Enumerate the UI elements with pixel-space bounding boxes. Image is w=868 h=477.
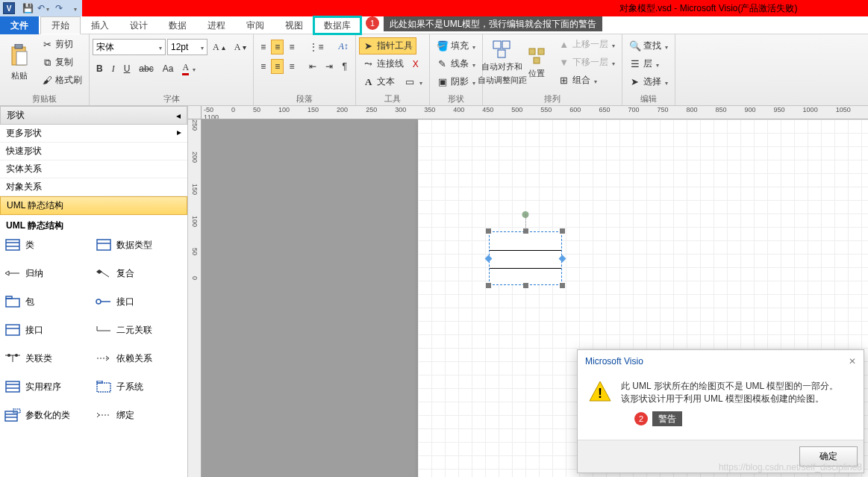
bullets-button[interactable]: ⋮≡ [305, 40, 327, 54]
shape-datatype[interactable]: 数据类型 [94, 237, 185, 253]
resize-handle-nw[interactable] [486, 228, 491, 234]
category-uml-row[interactable]: UML 静态结构 [0, 196, 187, 215]
tab-review[interactable]: 审阅 [236, 16, 275, 34]
chevron-left-icon[interactable]: ◂ [176, 110, 181, 121]
shape-dependency[interactable]: 依赖关系 [94, 350, 185, 367]
uml-class-shape-selected[interactable] [489, 231, 562, 285]
dialog-message: 此 UML 形状所在的绘图页不是 UML 模型图的一部分。 该形状设计用于利用 … [621, 380, 838, 405]
tab-home[interactable]: 开始 [40, 16, 81, 34]
quick-shapes-row[interactable]: 快速形状 [0, 143, 187, 160]
select-button[interactable]: ➤选择 [625, 73, 672, 90]
tab-database[interactable]: 数据库 [313, 16, 361, 34]
connection-point-e[interactable] [559, 255, 566, 263]
group-shape-label: 形状 [433, 93, 479, 105]
shape-param-class[interactable]: 参数化的类 [3, 407, 94, 423]
close-icon[interactable]: ✕ [849, 356, 856, 367]
cut-button[interactable]: ✂剪切 [37, 36, 86, 53]
shape-utility[interactable]: 实用程序 [3, 378, 94, 395]
tab-design[interactable]: 设计 [119, 16, 158, 34]
underline-button[interactable]: U [120, 61, 134, 76]
resize-handle-se[interactable] [560, 283, 565, 288]
connector-icon: ⤳ [363, 58, 375, 70]
change-case-button[interactable]: Aa [159, 61, 178, 76]
tab-data[interactable]: 数据 [158, 16, 197, 34]
category-entity-row[interactable]: 实体关系 [0, 160, 187, 178]
align-center-button[interactable]: ≡ [271, 59, 284, 74]
text-tool-button[interactable]: A文本 [359, 73, 399, 90]
shape-interface-box[interactable]: 接口 [3, 322, 94, 338]
grow-font-button[interactable]: A▴ [209, 40, 229, 55]
send-backward-button[interactable]: ▼下移一层 [555, 54, 619, 71]
interface-lollipop-icon [96, 295, 112, 308]
font-color-button[interactable]: A [178, 60, 199, 78]
align-top-button[interactable]: ≡ [257, 40, 269, 54]
shape-draw-button[interactable]: ▭ [400, 74, 426, 90]
shape-generalize[interactable]: 归纳 [3, 265, 94, 281]
shape-composition[interactable]: 复合 [94, 265, 185, 281]
group-button[interactable]: ⊞组合 [555, 72, 619, 89]
more-shapes-row[interactable]: 更多形状▸ [0, 125, 187, 143]
resize-handle-n[interactable] [523, 228, 528, 234]
redo-icon[interactable]: ↷ [52, 1, 66, 15]
tab-insert[interactable]: 插入 [81, 16, 119, 34]
category-object-row[interactable]: 对象关系 [0, 178, 187, 196]
pointer-icon: ➤ [363, 40, 375, 52]
paste-button[interactable]: 粘贴 [3, 36, 36, 90]
font-name-select[interactable]: 宋体 [93, 39, 166, 55]
undo-icon[interactable]: ↶ [37, 1, 50, 15]
position-button[interactable]: 位置 [520, 36, 553, 90]
canvas[interactable]: -500501001502002503003504004505005506006… [188, 106, 868, 477]
connector-tool-button[interactable]: ⤳连接线 [359, 55, 408, 72]
tab-view[interactable]: 视图 [275, 16, 313, 34]
format-painter-button[interactable]: 🖌格式刷 [37, 72, 86, 89]
auto-align-button[interactable]: 自动对齐和自动调整间距 [486, 36, 519, 90]
shape-interface-lollipop[interactable]: 接口 [94, 293, 185, 310]
resize-handle-ne[interactable] [560, 228, 565, 234]
ribbon-tabs: 文件 开始 插入 设计 数据 进程 审阅 视图 数据库 1 此处如果不是UML模… [0, 16, 868, 34]
italic-button[interactable]: I [108, 61, 119, 77]
tab-file[interactable]: 文件 [0, 16, 39, 34]
align-right-button[interactable]: ≡ [285, 59, 298, 74]
resize-handle-s[interactable] [523, 283, 528, 288]
find-button[interactable]: 🔍查找 [625, 37, 672, 54]
layer-button[interactable]: ☰层 [625, 55, 663, 72]
shape-class[interactable]: 类 [3, 237, 94, 253]
x-tool-button[interactable]: X [409, 57, 422, 72]
align-middle-button[interactable]: ≡ [271, 40, 284, 54]
line-button[interactable]: ✎线条 [433, 55, 479, 72]
ribbon: 粘贴 ✂剪切 ⧉复制 🖌格式刷 剪贴板 宋体 12pt A▴ A▾ B I U … [0, 34, 868, 106]
fill-button[interactable]: 🪣填充 [433, 37, 479, 54]
shape-bind[interactable]: 绑定 [94, 407, 185, 423]
ruler-vertical: 250200150100500 [188, 119, 202, 477]
shape-binary-assoc[interactable]: 二元关联 [94, 322, 185, 338]
shadow-button[interactable]: ▣阴影 [433, 73, 479, 90]
save-icon[interactable]: 💾 [21, 1, 34, 15]
para-spacing-button[interactable]: ¶ [338, 59, 350, 74]
font-size-select[interactable]: 12pt [167, 39, 207, 55]
bring-forward-button[interactable]: ▲上移一层 [555, 36, 619, 53]
connection-point-w[interactable] [485, 255, 493, 263]
shape-package[interactable]: 包 [3, 293, 94, 310]
shape-assoc-class[interactable]: 关联类 [3, 350, 94, 367]
shrink-font-button[interactable]: A▾ [231, 40, 251, 55]
bold-button[interactable]: B [93, 61, 107, 76]
qat-more-icon[interactable] [68, 1, 81, 15]
increase-indent-button[interactable]: ⇥ [322, 59, 337, 74]
strike-button[interactable]: abc [135, 61, 157, 76]
layer-icon: ☰ [629, 58, 641, 70]
composition-icon [96, 266, 112, 280]
generalize-icon [4, 266, 21, 280]
search-icon: 🔍 [629, 40, 641, 52]
pointer-tool-button[interactable]: ➤指针工具 [359, 37, 416, 54]
align-left-button[interactable]: ≡ [257, 59, 269, 74]
shape-subsystem[interactable]: 子系统 [94, 378, 185, 395]
tab-process[interactable]: 进程 [197, 16, 236, 34]
subsystem-icon [96, 380, 112, 393]
decrease-indent-button[interactable]: ⇤ [305, 59, 320, 74]
svg-rect-2 [16, 52, 27, 65]
group-edit-label: 编辑 [625, 93, 672, 105]
align-bottom-button[interactable]: ≡ [285, 40, 298, 54]
resize-handle-sw[interactable] [486, 283, 491, 288]
copy-button[interactable]: ⧉复制 [37, 54, 86, 71]
text-direction-button[interactable]: A↕ [334, 39, 352, 54]
